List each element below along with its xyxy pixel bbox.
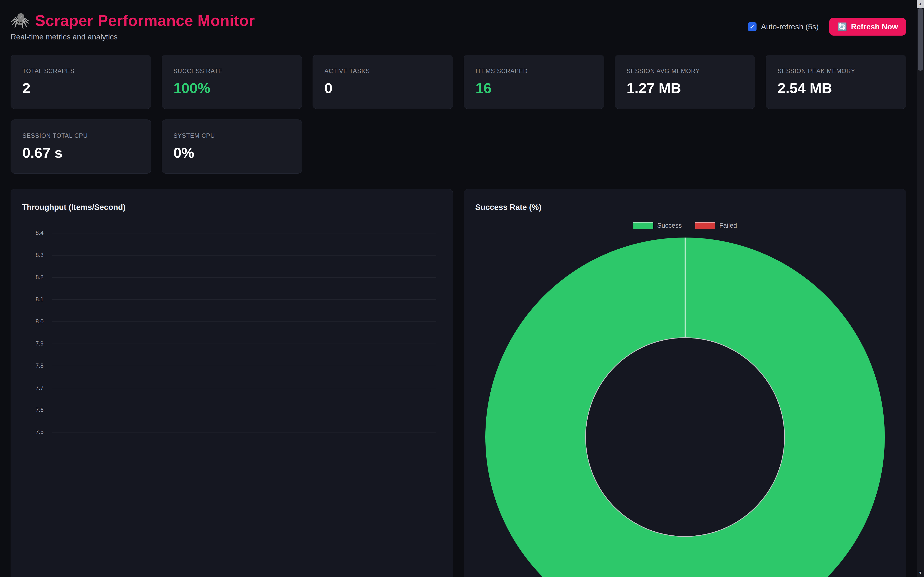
gridline <box>52 432 436 432</box>
gridline <box>52 366 436 366</box>
gridline <box>52 277 436 278</box>
stat-value: 0 <box>325 80 441 97</box>
stat-label: ACTIVE TASKS <box>325 68 441 74</box>
gridline <box>52 233 436 234</box>
stat-value: 1.27 MB <box>627 80 743 97</box>
charts-row: Throughput (Items/Second) 8.4 8.3 8.2 8.… <box>11 189 906 577</box>
legend-swatch-success <box>633 222 653 229</box>
dashboard-page: 🕷️ Scraper Performance Monitor Real-time… <box>0 0 917 577</box>
gridline <box>52 321 436 322</box>
title-block: 🕷️ Scraper Performance Monitor Real-time… <box>11 11 255 41</box>
stat-label: SYSTEM CPU <box>173 132 291 139</box>
y-axis-tick-row: 8.0 <box>22 321 441 343</box>
header-controls: ✓ Auto-refresh (5s) 🔄 Refresh Now <box>748 18 906 35</box>
scroll-down-button[interactable]: ▼ <box>917 569 924 577</box>
stat-value: 16 <box>475 80 593 97</box>
y-axis-tick-row: 8.1 <box>22 299 441 321</box>
stat-card-session-peak-memory: SESSION PEAK MEMORY 2.54 MB <box>766 55 906 109</box>
y-axis-tick-row: 8.3 <box>22 255 441 277</box>
auto-refresh-checkbox[interactable]: ✓ <box>748 23 756 31</box>
stat-value: 0.67 s <box>23 145 139 161</box>
spider-icon: 🕷️ <box>11 11 30 29</box>
throughput-chart-panel: Throughput (Items/Second) 8.4 8.3 8.2 8.… <box>11 189 453 577</box>
y-axis-tick-row: 7.8 <box>22 366 441 388</box>
stat-card-session-avg-memory: SESSION AVG MEMORY 1.27 MB <box>615 55 755 109</box>
stat-value: 2.54 MB <box>777 80 894 97</box>
refresh-button-label: Refresh Now <box>851 23 898 31</box>
gridline <box>52 410 436 410</box>
y-axis-tick-row: 8.4 <box>22 233 441 255</box>
stat-card-items-scraped: ITEMS SCRAPED 16 <box>464 55 604 109</box>
legend-swatch-failed <box>695 222 716 229</box>
stat-value: 2 <box>23 80 139 97</box>
legend-item-failed[interactable]: Failed <box>695 222 737 229</box>
y-axis-tick-label: 7.5 <box>22 429 44 435</box>
donut-hole <box>585 337 785 537</box>
stat-label: SESSION TOTAL CPU <box>23 132 139 139</box>
y-axis-tick-row: 7.9 <box>22 343 441 366</box>
page-title: Scraper Performance Monitor <box>35 12 255 29</box>
scrollbar-thumb[interactable] <box>918 8 923 71</box>
vertical-scrollbar[interactable]: ▲ ▼ <box>917 0 924 577</box>
success-rate-donut-chart <box>485 237 885 577</box>
y-axis-tick-label: 7.6 <box>22 406 44 413</box>
gridline <box>52 255 436 256</box>
top-bar: 🕷️ Scraper Performance Monitor Real-time… <box>11 11 906 41</box>
legend-label: Failed <box>719 222 737 229</box>
stat-card-total-scrapes: TOTAL SCRAPES 2 <box>11 55 151 109</box>
y-axis-tick-label: 8.3 <box>22 252 44 258</box>
y-axis-tick-label: 7.7 <box>22 384 44 391</box>
stat-card-system-cpu: SYSTEM CPU 0% <box>162 119 302 174</box>
gridline <box>52 299 436 300</box>
y-axis-tick-label: 8.1 <box>22 296 44 303</box>
auto-refresh-label: Auto-refresh (5s) <box>761 23 819 31</box>
scroll-up-button[interactable]: ▲ <box>917 0 924 8</box>
y-axis-tick-label: 8.0 <box>22 318 44 325</box>
stat-card-active-tasks: ACTIVE TASKS 0 <box>313 55 453 109</box>
y-axis-tick-row: 7.6 <box>22 410 441 432</box>
throughput-chart-title: Throughput (Items/Second) <box>22 203 441 212</box>
y-axis-tick-row: 7.7 <box>22 388 441 410</box>
y-axis-tick-row: 8.2 <box>22 277 441 299</box>
y-axis-tick-row: 7.5 <box>22 432 441 454</box>
refresh-icon: 🔄 <box>837 22 847 31</box>
stat-value: 0% <box>173 145 291 161</box>
stat-label: TOTAL SCRAPES <box>23 68 139 74</box>
y-axis-tick-label: 7.9 <box>22 340 44 347</box>
legend-item-success[interactable]: Success <box>633 222 682 229</box>
stats-grid: TOTAL SCRAPES 2 SUCCESS RATE 100% ACTIVE… <box>11 55 906 174</box>
stat-value: 100% <box>173 80 291 97</box>
y-axis-tick-label: 7.8 <box>22 362 44 369</box>
success-rate-chart-panel: Success Rate (%) Success Failed <box>464 189 906 577</box>
stat-label: SESSION AVG MEMORY <box>627 68 743 74</box>
gridline <box>52 343 436 344</box>
stat-label: SESSION PEAK MEMORY <box>777 68 894 74</box>
stat-card-session-total-cpu: SESSION TOTAL CPU 0.67 s <box>11 119 151 174</box>
gridline <box>52 388 436 388</box>
auto-refresh-toggle[interactable]: ✓ Auto-refresh (5s) <box>748 23 819 31</box>
stat-label: ITEMS SCRAPED <box>475 68 593 74</box>
throughput-plot-area: 8.4 8.3 8.2 8.1 8.0 <box>22 233 441 454</box>
pie-legend: Success Failed <box>475 222 895 229</box>
page-subtitle: Real-time metrics and analytics <box>11 32 255 41</box>
stat-card-success-rate: SUCCESS RATE 100% <box>162 55 302 109</box>
y-axis-tick-label: 8.2 <box>22 274 44 280</box>
success-rate-chart-title: Success Rate (%) <box>475 203 895 212</box>
refresh-now-button[interactable]: 🔄 Refresh Now <box>829 18 906 35</box>
y-axis-tick-label: 8.4 <box>22 230 44 236</box>
legend-label: Success <box>657 222 682 229</box>
stat-label: SUCCESS RATE <box>173 68 291 74</box>
